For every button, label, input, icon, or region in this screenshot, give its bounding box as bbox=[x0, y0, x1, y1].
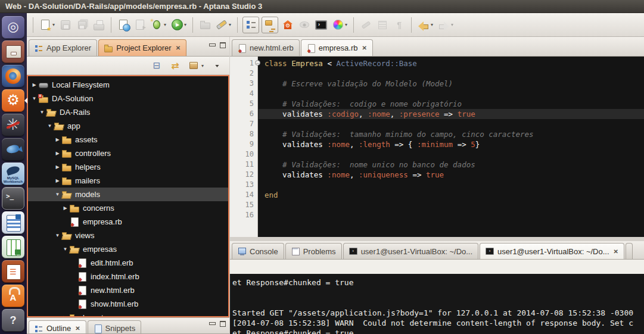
launcher-ubuntu-dash[interactable] bbox=[2, 16, 24, 39]
tree-item-assets[interactable]: ▶assets bbox=[28, 133, 228, 146]
tree-item-views[interactable]: ▼views bbox=[28, 229, 228, 242]
expanded-arrow-icon[interactable]: ▼ bbox=[46, 123, 54, 129]
folder-icon bbox=[61, 163, 72, 171]
color-palette-button[interactable]: ▾ bbox=[331, 17, 349, 33]
code-line-2: 2 bbox=[230, 68, 644, 79]
launcher-mysql-workbench[interactable]: MySQL Workbench bbox=[2, 163, 24, 185]
folder-icon bbox=[69, 204, 80, 213]
tab-app-explorer[interactable]: App Explorer bbox=[29, 39, 97, 56]
maximize-view-icon[interactable] bbox=[220, 42, 226, 48]
dropdown-arrow-icon: ▾ bbox=[451, 22, 453, 27]
collapsed-arrow-icon[interactable]: ▶ bbox=[54, 151, 61, 156]
tree-item-layouts[interactable]: ▶layouts bbox=[28, 311, 228, 317]
maximize-view-icon[interactable] bbox=[220, 321, 226, 327]
preview-icon bbox=[298, 18, 310, 32]
launcher-libreoffice-writer[interactable] bbox=[2, 211, 24, 234]
tab-problems[interactable]: Problems bbox=[285, 243, 342, 259]
launcher-software-center[interactable] bbox=[2, 285, 24, 307]
tree-item-app[interactable]: ▼app bbox=[28, 119, 228, 133]
close-icon[interactable]: ✕ bbox=[75, 325, 80, 332]
fold-minus-icon[interactable]: − bbox=[255, 60, 260, 65]
launcher-bluefish[interactable] bbox=[2, 138, 24, 161]
save-all-button bbox=[75, 17, 89, 33]
launcher-aptana-studio[interactable] bbox=[2, 89, 24, 112]
debug-button[interactable]: ▾ bbox=[150, 17, 167, 33]
tree-item-helpers[interactable]: ▶helpers bbox=[28, 160, 228, 174]
minimize-view-icon[interactable] bbox=[209, 321, 214, 326]
terminal-output[interactable]: et Response#chunked = true Started GET "… bbox=[230, 274, 644, 334]
tree-item-edit-html-erb[interactable]: edit.html.erb bbox=[28, 256, 228, 270]
collapse-all-icon[interactable] bbox=[151, 60, 162, 71]
project-tree[interactable]: ▶Local Filesystem▼RDA-Solution▼DA-Rails▼… bbox=[27, 75, 229, 317]
tab-empresa-rb[interactable]: empresa.rb✕ bbox=[301, 39, 373, 56]
folder-icon bbox=[69, 313, 80, 317]
aptana-home-icon bbox=[282, 18, 294, 32]
web-preview-button[interactable] bbox=[116, 17, 130, 33]
tree-item-new-html-erb[interactable]: new.html.erb bbox=[28, 283, 228, 297]
expanded-arrow-icon[interactable]: ▼ bbox=[54, 233, 61, 238]
tab-user1-user1-virtualbox-do[interactable]: user1@user1-VirtualBox: ~/Do... bbox=[343, 243, 478, 259]
tree-item-da-rails[interactable]: ▼DA-Rails bbox=[28, 105, 228, 119]
tab-outline[interactable]: Outline✕ bbox=[29, 320, 86, 334]
minimize-view-icon[interactable] bbox=[209, 42, 214, 48]
filter-icon[interactable] bbox=[188, 60, 199, 71]
dropdown-arrow-icon: ▾ bbox=[229, 22, 231, 27]
tab-new-html-erb[interactable]: new.html.erb bbox=[232, 39, 300, 56]
run-button[interactable]: ▾ bbox=[170, 17, 188, 33]
close-icon[interactable]: ✕ bbox=[614, 248, 618, 255]
collapsed-arrow-icon[interactable]: ▶ bbox=[54, 137, 61, 142]
collapsed-arrow-icon[interactable]: ▶ bbox=[54, 164, 61, 170]
tree-item-models[interactable]: ▼models bbox=[28, 188, 228, 201]
dropdown-arrow-icon: ▾ bbox=[52, 22, 55, 27]
tree-item-da-solution[interactable]: ▼RDA-Solution bbox=[28, 92, 228, 105]
tab-user1-user1-virtualbox-do[interactable]: user1@user1-VirtualBox: ~/Do...✕ bbox=[480, 243, 624, 259]
launcher-firefox[interactable] bbox=[2, 65, 24, 88]
tree-item-controllers[interactable]: ▶controllers bbox=[28, 146, 228, 160]
close-icon[interactable]: ✕ bbox=[176, 45, 181, 51]
link-with-editor-icon[interactable] bbox=[170, 60, 181, 71]
tree-item-show-html-erb[interactable]: show.html.erb bbox=[28, 297, 228, 311]
launcher-file-manager[interactable] bbox=[2, 40, 24, 63]
tab-overflow-stub[interactable] bbox=[626, 243, 633, 259]
tree-item-concerns[interactable]: ▶concerns bbox=[28, 201, 228, 215]
app-explorer-toggle-button[interactable] bbox=[242, 17, 259, 33]
tree-item-mailers[interactable]: ▶mailers bbox=[28, 174, 228, 188]
expanded-arrow-icon[interactable]: ▼ bbox=[54, 192, 61, 197]
console-icon bbox=[238, 247, 247, 255]
drive-icon bbox=[38, 80, 49, 89]
launcher-web-tool[interactable] bbox=[2, 114, 24, 136]
code-editor[interactable]: 1−class Empresa < ActiveRecord::Base23 #… bbox=[230, 57, 644, 237]
launcher-terminal[interactable] bbox=[2, 187, 24, 210]
tree-item-empresa-rb[interactable]: empresa.rb bbox=[28, 215, 228, 229]
outline-icon bbox=[35, 324, 43, 333]
launcher-help[interactable] bbox=[2, 309, 24, 332]
collapsed-arrow-icon[interactable]: ▶ bbox=[30, 82, 38, 88]
aptana-home-button[interactable] bbox=[281, 17, 295, 33]
collapsed-arrow-icon[interactable]: ▶ bbox=[54, 178, 61, 183]
project-view-toggle-button[interactable] bbox=[262, 17, 278, 33]
indent-icon bbox=[377, 18, 388, 32]
close-icon[interactable]: ✕ bbox=[362, 45, 366, 51]
launcher-libreoffice-impress[interactable] bbox=[2, 260, 24, 283]
launcher-libreoffice-calc[interactable] bbox=[2, 236, 24, 258]
tab-snippets[interactable]: Snippets bbox=[88, 320, 142, 334]
code-line-15: 15 bbox=[230, 200, 644, 210]
tab-project-explorer[interactable]: Project Explorer✕ bbox=[98, 39, 186, 56]
view-menu-icon[interactable] bbox=[211, 60, 222, 71]
tab-console[interactable]: Console bbox=[232, 243, 284, 259]
back-button[interactable]: ▾ bbox=[416, 17, 434, 33]
expanded-arrow-icon[interactable]: ▼ bbox=[38, 110, 46, 115]
run-file-icon bbox=[134, 18, 146, 32]
collapsed-arrow-icon[interactable]: ▶ bbox=[61, 205, 69, 211]
tree-item-index-html-erb[interactable]: index.html.erb bbox=[28, 270, 228, 283]
new-wizard-button[interactable]: ▾ bbox=[38, 17, 56, 33]
expanded-arrow-icon[interactable]: ▼ bbox=[30, 96, 38, 101]
open-terminal-button[interactable] bbox=[314, 17, 328, 33]
dropdown-arrow-icon: ▾ bbox=[184, 22, 186, 27]
tree-item-local-filesystem[interactable]: ▶Local Filesystem bbox=[28, 78, 228, 92]
tree-item-empresas[interactable]: ▼empresas bbox=[28, 242, 228, 256]
explorer-tabbar: App ExplorerProject Explorer✕ bbox=[27, 37, 229, 57]
deploy-button[interactable]: ▾ bbox=[214, 17, 232, 33]
folder-open-icon bbox=[61, 231, 72, 240]
expanded-arrow-icon[interactable]: ▼ bbox=[61, 246, 69, 252]
